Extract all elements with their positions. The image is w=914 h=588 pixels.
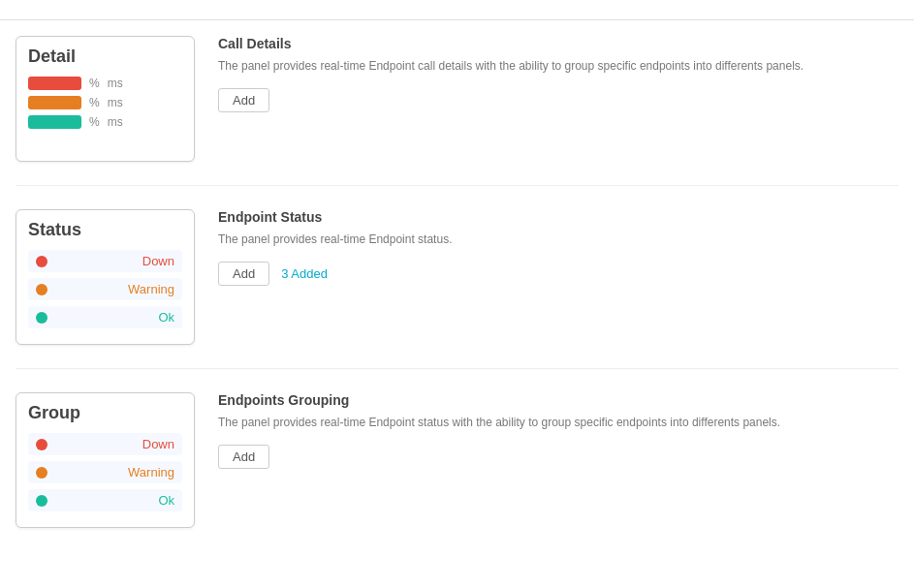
status-row-2: Ok bbox=[28, 489, 182, 511]
info-title-call-details: Call Details bbox=[218, 36, 898, 51]
info-title-endpoints-grouping: Endpoints Grouping bbox=[218, 392, 898, 408]
panel-row-endpoint-status: Status Down Warning Ok Endpoint StatusTh… bbox=[16, 209, 898, 369]
bar-row-0: % ms bbox=[28, 77, 182, 90]
status-label-warning: Warning bbox=[128, 465, 174, 480]
panels-container: Detail % ms % ms % ms Call DetailsThe pa… bbox=[0, 20, 914, 588]
info-title-endpoint-status: Endpoint Status bbox=[218, 209, 898, 225]
preview-card-endpoints-grouping: Group Down Warning Ok bbox=[16, 392, 195, 528]
status-row-1: Warning bbox=[28, 278, 182, 300]
page-header bbox=[0, 0, 914, 20]
add-button-endpoint-status[interactable]: Add bbox=[218, 262, 269, 286]
bar-label-ms: ms bbox=[108, 96, 123, 109]
panel-row-endpoints-grouping: Group Down Warning Ok Endpoints Grouping… bbox=[16, 392, 898, 551]
action-row-call-details: Add bbox=[218, 88, 898, 112]
dot-orange bbox=[36, 284, 47, 295]
bar-red bbox=[28, 77, 81, 90]
action-row-endpoints-grouping: Add bbox=[218, 445, 898, 469]
dot-red bbox=[36, 256, 47, 267]
panel-info-call-details: Call DetailsThe panel provides real-time… bbox=[218, 36, 898, 112]
panel-info-endpoint-status: Endpoint StatusThe panel provides real-t… bbox=[218, 209, 898, 286]
preview-card-call-details: Detail % ms % ms % ms bbox=[16, 36, 195, 162]
status-label-warning: Warning bbox=[128, 282, 174, 296]
panel-info-endpoints-grouping: Endpoints GroupingThe panel provides rea… bbox=[218, 392, 898, 469]
dot-teal bbox=[36, 312, 47, 324]
dot-red bbox=[36, 439, 47, 450]
bar-label-ms: ms bbox=[108, 77, 123, 90]
preview-title-endpoint-status: Status bbox=[28, 220, 182, 240]
status-row-1: Warning bbox=[28, 461, 182, 483]
add-button-call-details[interactable]: Add bbox=[218, 88, 269, 112]
bar-row-1: % ms bbox=[28, 96, 182, 109]
status-row-0: Down bbox=[28, 250, 182, 272]
added-badge-endpoint-status: 3 Added bbox=[281, 266, 328, 281]
bar-label-ms: ms bbox=[108, 115, 123, 129]
panel-row-call-details: Detail % ms % ms % ms Call DetailsThe pa… bbox=[16, 36, 898, 186]
add-button-endpoints-grouping[interactable]: Add bbox=[218, 445, 269, 469]
status-row-2: Ok bbox=[28, 306, 182, 328]
bar-label-percent: % bbox=[89, 77, 100, 90]
status-label-ok: Ok bbox=[158, 493, 174, 508]
bar-label-percent: % bbox=[89, 96, 100, 109]
dot-teal bbox=[36, 495, 47, 507]
bar-orange bbox=[28, 96, 81, 109]
preview-title-endpoints-grouping: Group bbox=[28, 403, 182, 423]
info-description-endpoints-grouping: The panel provides real-time Endpoint st… bbox=[218, 414, 898, 431]
bar-row-2: % ms bbox=[28, 115, 182, 129]
bar-label-percent: % bbox=[89, 115, 100, 129]
status-label-down: Down bbox=[142, 437, 174, 451]
preview-title-call-details: Detail bbox=[28, 46, 182, 67]
status-label-ok: Ok bbox=[158, 310, 174, 325]
info-description-endpoint-status: The panel provides real-time Endpoint st… bbox=[218, 231, 898, 248]
action-row-endpoint-status: Add3 Added bbox=[218, 262, 898, 286]
bar-teal bbox=[28, 115, 81, 129]
dot-orange bbox=[36, 467, 47, 479]
status-row-0: Down bbox=[28, 433, 182, 455]
info-description-call-details: The panel provides real-time Endpoint ca… bbox=[218, 57, 898, 75]
preview-card-endpoint-status: Status Down Warning Ok bbox=[16, 209, 195, 345]
status-label-down: Down bbox=[142, 254, 174, 268]
